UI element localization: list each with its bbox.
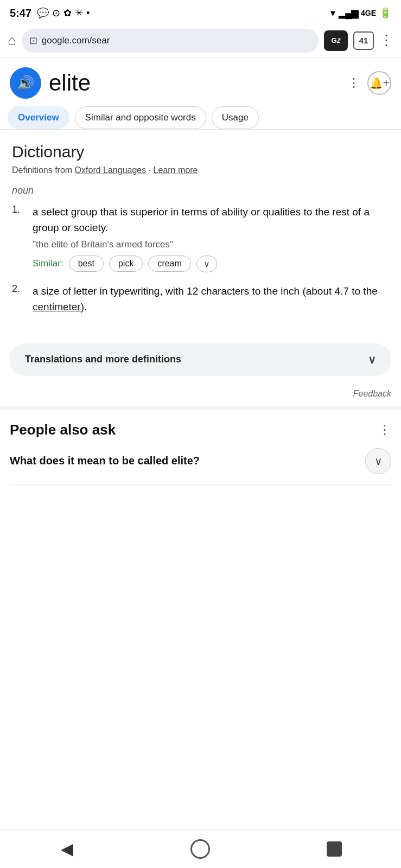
- tab-overview[interactable]: Overview: [8, 106, 69, 129]
- paa-menu-button[interactable]: ⋮: [378, 422, 391, 437]
- status-bar: 5:47 💬 ⊙ ✿ ✳ • ▾ ▂▄▆ 4GE 🔋: [0, 0, 401, 24]
- part-of-speech: noun: [12, 185, 389, 196]
- definition-1: 1. a select group that is superior in te…: [12, 204, 389, 272]
- tab-count: 41: [359, 36, 368, 45]
- nav-home-circle-icon: [190, 839, 210, 859]
- signal-icon: ▂▄▆: [339, 7, 358, 19]
- audio-icon: 🔊: [17, 75, 34, 92]
- status-icons: 💬 ⊙ ✿ ✳ •: [37, 7, 90, 19]
- word-menu-button[interactable]: ⋮: [348, 76, 360, 90]
- source-line: Definitions from Oxford Languages · Lear…: [12, 165, 389, 175]
- 4g-label: 4GE: [361, 9, 376, 17]
- target-icon: ⊙: [52, 7, 60, 19]
- browser-menu-button[interactable]: ⋮: [379, 32, 393, 49]
- learn-more-link[interactable]: Learn more: [154, 165, 198, 175]
- dictionary-title: Dictionary: [12, 143, 389, 161]
- similar-chip-best[interactable]: best: [69, 256, 104, 272]
- translations-expand-icon: ∨: [368, 353, 376, 366]
- battery-icon: 🔋: [379, 7, 391, 19]
- tabs-row: Overview Similar and opposite words Usag…: [0, 104, 401, 130]
- paa-question-1: What does it mean to be called elite? ∨: [10, 448, 391, 484]
- notification-icon: 🔔+: [370, 76, 390, 90]
- url-text: google.com/sear: [42, 35, 311, 46]
- pinwheel-icon: ✳: [75, 7, 83, 19]
- translate-button[interactable]: GZ: [324, 30, 348, 51]
- word-header: 🔊 elite ⋮ 🔔+: [0, 58, 401, 104]
- nav-stop-icon: [327, 841, 342, 857]
- url-bar[interactable]: ⊡ google.com/sear: [22, 29, 319, 53]
- centimeter-link[interactable]: centimeter: [33, 301, 81, 312]
- similar-chip-pick[interactable]: pick: [109, 256, 143, 272]
- similar-row-1: Similar: best pick cream ∨: [33, 256, 389, 272]
- nav-back-button[interactable]: ◀: [50, 833, 83, 865]
- nav-back-icon: ◀: [61, 839, 73, 858]
- nav-stop-button[interactable]: [318, 833, 351, 865]
- def-number-2: 2.: [12, 283, 27, 318]
- paa-header: People also ask ⋮: [10, 422, 391, 438]
- paa-expand-icon-1: ∨: [374, 455, 383, 468]
- tab-count-button[interactable]: 41: [353, 31, 374, 50]
- people-also-ask-section: People also ask ⋮ What does it mean to b…: [0, 410, 401, 484]
- tab-overview-label: Overview: [18, 112, 59, 123]
- audio-button[interactable]: 🔊: [10, 67, 41, 99]
- definitions-list: 1. a select group that is superior in te…: [12, 204, 389, 318]
- def-content-2: a size of letter in typewriting, with 12…: [33, 283, 389, 318]
- def-text-2: a size of letter in typewriting, with 12…: [33, 283, 389, 315]
- tab-similar-words-label: Similar and opposite words: [85, 112, 196, 123]
- url-tab-icon: ⊡: [29, 35, 37, 47]
- status-left: 5:47 💬 ⊙ ✿ ✳ •: [10, 7, 90, 20]
- status-time: 5:47: [10, 7, 31, 20]
- dictionary-section: Dictionary Definitions from Oxford Langu…: [0, 130, 401, 338]
- status-right: ▾ ▂▄▆ 4GE 🔋: [330, 7, 391, 19]
- def-number-1: 1.: [12, 204, 27, 272]
- nav-home-button[interactable]: [184, 833, 217, 865]
- chat-icon: 💬: [37, 7, 49, 19]
- translations-button[interactable]: Translations and more definitions ∨: [10, 343, 391, 376]
- similar-more-button[interactable]: ∨: [196, 256, 217, 272]
- browser-bar: ⌂ ⊡ google.com/sear GZ 41 ⋮: [0, 24, 401, 58]
- word-header-actions: ⋮ 🔔+: [348, 71, 391, 95]
- notification-button[interactable]: 🔔+: [367, 71, 391, 95]
- tab-similar-words[interactable]: Similar and opposite words: [75, 106, 206, 129]
- paa-title: People also ask: [10, 422, 116, 438]
- def-text-1: a select group that is superior in terms…: [33, 204, 389, 236]
- similar-label-1: Similar:: [33, 258, 63, 269]
- paa-expand-button-1[interactable]: ∨: [365, 448, 391, 474]
- wifi-icon: ▾: [330, 7, 335, 19]
- word-title: elite: [49, 70, 340, 96]
- translate-label: GZ: [332, 36, 341, 44]
- source-separator: ·: [146, 165, 153, 175]
- definition-2: 2. a size of letter in typewriting, with…: [12, 283, 389, 318]
- bottom-navigation: ◀: [0, 829, 401, 868]
- feedback-row: Feedback: [0, 387, 401, 410]
- def-example-1: "the elite of Britain's armed forces": [33, 239, 389, 250]
- source-prefix: Definitions from: [12, 165, 75, 175]
- oxford-languages-link[interactable]: Oxford Languages: [75, 165, 147, 175]
- paa-question-1-text: What does it mean to be called elite?: [10, 455, 365, 467]
- similar-chip-cream[interactable]: cream: [148, 256, 190, 272]
- dot-icon: •: [86, 8, 90, 19]
- tab-usage-label: Usage: [222, 112, 249, 123]
- translations-label: Translations and more definitions: [25, 354, 181, 365]
- browser-home-icon[interactable]: ⌂: [8, 32, 16, 49]
- tab-usage[interactable]: Usage: [212, 106, 259, 129]
- def-content-1: a select group that is superior in terms…: [33, 204, 389, 272]
- feedback-link[interactable]: Feedback: [353, 389, 391, 399]
- flower-icon: ✿: [63, 7, 72, 19]
